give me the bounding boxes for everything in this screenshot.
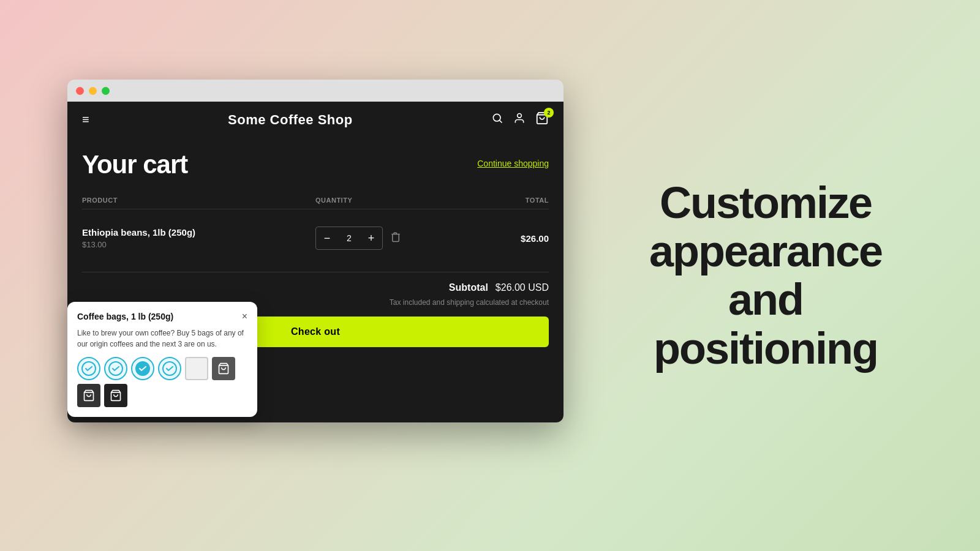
svg-point-0 [493, 114, 500, 121]
popup-description: Like to brew your own coffee? Buy 5 bags… [77, 328, 247, 350]
nav-icons: 2 [491, 111, 549, 128]
quantity-value: 2 [338, 233, 360, 243]
minimize-button[interactable] [89, 87, 97, 95]
popup-item-3[interactable] [131, 357, 154, 380]
quantity-col-header: QUANTITY [315, 197, 432, 204]
close-button[interactable] [76, 87, 84, 95]
popup-title: Coffee bags, 1 lb (250g) [77, 312, 173, 321]
product-price: $13.00 [82, 240, 315, 249]
svg-line-1 [500, 121, 502, 123]
cart-badge: 2 [544, 108, 554, 118]
subtotal-amount: $26.00 USD [496, 282, 549, 293]
navbar: ≡ Some Coffee Shop 2 [67, 102, 564, 138]
search-icon[interactable] [491, 112, 503, 127]
product-name: Ethiopia beans, 1lb (250g) [82, 227, 315, 238]
svg-point-2 [518, 114, 522, 118]
subtotal-row: Subtotal $26.00 USD [82, 282, 549, 293]
quantity-control: − 2 + [315, 227, 383, 250]
product-info: Ethiopia beans, 1lb (250g) $13.00 [82, 227, 315, 249]
continue-shopping-link[interactable]: Continue shopping [477, 159, 549, 168]
cart-icon[interactable]: 2 [535, 111, 549, 128]
quantity-decrease-button[interactable]: − [316, 227, 338, 249]
subtotal-label: Subtotal [449, 282, 488, 293]
upsell-popup: Coffee bags, 1 lb (250g) × Like to brew … [67, 302, 257, 417]
popup-item-7[interactable] [77, 384, 100, 407]
right-panel: Customize appearance and positioning [612, 179, 919, 373]
product-row: Ethiopia beans, 1lb (250g) $13.00 − 2 + [82, 219, 549, 257]
table-headers: PRODUCT QUANTITY TOTAL [82, 192, 549, 209]
total-col-header: TOTAL [432, 197, 549, 204]
cart-header-row: Your cart Continue shopping [82, 150, 549, 179]
product-col-header: PRODUCT [82, 197, 315, 204]
product-total: $26.00 [432, 233, 549, 244]
popup-items [77, 357, 247, 407]
maximize-button[interactable] [102, 87, 110, 95]
delete-icon[interactable] [390, 231, 401, 245]
popup-item-1[interactable] [77, 357, 100, 380]
titlebar [67, 80, 564, 102]
popup-item-5[interactable] [185, 357, 208, 380]
menu-icon[interactable]: ≡ [82, 113, 89, 127]
popup-item-2[interactable] [104, 357, 127, 380]
popup-item-6[interactable] [212, 357, 235, 380]
popup-header: Coffee bags, 1 lb (250g) × [77, 312, 247, 321]
account-icon[interactable] [513, 112, 526, 127]
quantity-cell: − 2 + [315, 227, 432, 250]
site-title: Some Coffee Shop [228, 112, 353, 128]
popup-item-4[interactable] [158, 357, 181, 380]
popup-item-8[interactable] [104, 384, 127, 407]
popup-close-button[interactable]: × [242, 312, 247, 321]
quantity-increase-button[interactable]: + [360, 227, 382, 249]
cart-title: Your cart [82, 150, 187, 179]
right-panel-text: Customize appearance and positioning [612, 179, 919, 373]
